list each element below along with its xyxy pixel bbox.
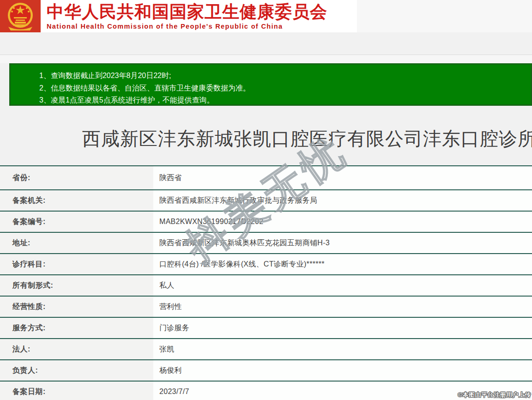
table-row-departments: 诊疗科目: 口腔科(4台) /医学影像科(X线、CT诊断专业)****** xyxy=(0,254,532,275)
row-label: 省份: xyxy=(0,166,153,189)
notice-box: 1、查询数据截止到2023年8月20日22时; 2、信息数据结果以各省、自治区、… xyxy=(9,63,532,106)
table-row-ownership: 所有制形式: 私人 xyxy=(0,275,532,297)
row-value: 陕西省西咸新区沣东新城奥林匹克花园五期商铺H-3 xyxy=(153,233,532,253)
notice-line-1: 1、查询数据截止到2023年8月20日22时; xyxy=(39,70,526,82)
row-label: 备案编号: xyxy=(0,212,153,232)
image-credit: ©本图由平台注册用户上传 xyxy=(458,391,531,399)
table-row-service-mode: 服务方式: 门诊服务 xyxy=(0,318,532,339)
table-row-business-nature: 经营性质: 营利性 xyxy=(0,297,532,318)
record-table: 省份: 陕西省 备案机关: 陕西省西咸新区沣东新城行政审批与政务服务局 备案编号… xyxy=(0,165,532,400)
table-row-filing-authority: 备案机关: 陕西省西咸新区沣东新城行政审批与政务服务局 xyxy=(0,190,532,212)
table-row-filing-date: 备案日期: 2023/7/7 xyxy=(0,382,532,400)
row-label: 诊疗科目: xyxy=(0,254,153,274)
notice-line-3: 3、凌晨1点至凌晨5点系统进行维护，不能提供查询。 xyxy=(39,94,526,107)
row-value: 陕西省 xyxy=(153,166,532,189)
row-label: 所有制形式: xyxy=(0,275,153,296)
site-title-cn: 中华人民共和国国家卫生健康委员会 xyxy=(47,2,327,22)
national-emblem-icon xyxy=(0,0,41,32)
row-label: 备案日期: xyxy=(0,382,153,400)
row-value: 杨俊利 xyxy=(153,360,532,381)
row-label: 地址: xyxy=(0,233,153,253)
row-value: 私人 xyxy=(153,275,532,296)
table-row-address: 地址: 陕西省西咸新区沣东新城奥林匹克花园五期商铺H-3 xyxy=(0,233,532,254)
table-row-legal-person: 法人: 张凯 xyxy=(0,339,532,360)
notice-line-2: 2、信息数据结果以各省、自治区、直辖市卫生健康委数据为准。 xyxy=(39,82,526,95)
row-value: MAB2KWXN361990217D2202 xyxy=(153,212,532,232)
row-label: 服务方式: xyxy=(0,318,153,338)
header-titles: 中华人民共和国国家卫生健康委员会 National Health Commiss… xyxy=(41,0,327,30)
table-row-filing-number: 备案编号: MAB2KWXN361990217D2202 xyxy=(0,212,532,233)
row-value: 门诊服务 xyxy=(153,318,532,338)
page-title-wrap: 西咸新区沣东新城张凯口腔医疗有限公司沣东口腔诊所 xyxy=(0,126,532,154)
table-row-person-in-charge: 负责人: 杨俊利 xyxy=(0,360,532,382)
site-header: 中华人民共和国国家卫生健康委员会 National Health Commiss… xyxy=(0,0,357,32)
row-value: 营利性 xyxy=(153,297,532,317)
row-label: 法人: xyxy=(0,339,153,359)
sub-band xyxy=(0,55,532,63)
row-value: 口腔科(4台) /医学影像科(X线、CT诊断专业)****** xyxy=(153,254,532,274)
header-band: 中华人民共和国国家卫生健康委员会 National Health Commiss… xyxy=(0,0,532,32)
row-label: 经营性质: xyxy=(0,297,153,317)
row-value: 张凯 xyxy=(153,339,532,359)
page-title: 西咸新区沣东新城张凯口腔医疗有限公司沣东口腔诊所 xyxy=(0,126,532,152)
row-label: 负责人: xyxy=(0,360,153,381)
row-label: 备案机关: xyxy=(0,190,153,211)
row-value: 陕西省西咸新区沣东新城行政审批与政务服务局 xyxy=(153,190,532,211)
table-row-province: 省份: 陕西省 xyxy=(0,166,532,190)
site-title-en: National Health Commission of the People… xyxy=(47,23,327,30)
